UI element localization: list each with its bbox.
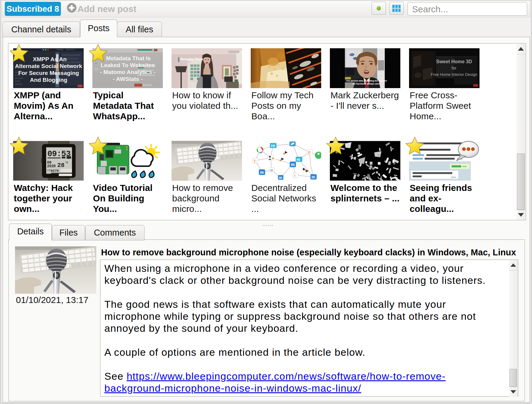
svg-text:Hi: Hi bbox=[271, 144, 275, 148]
svg-text:And Blogging: And Blogging bbox=[30, 77, 67, 83]
svg-text:for: for bbox=[452, 66, 457, 70]
svg-text:°C: °C bbox=[65, 161, 68, 164]
svg-text:on Facebook always owns: on Facebook always owns bbox=[352, 82, 381, 85]
svg-text:Free Home Interior Design: Free Home Interior Design bbox=[431, 72, 477, 77]
svg-text:!!: !! bbox=[308, 150, 310, 155]
svg-text:m: m bbox=[312, 175, 315, 179]
svg-text:Sweet Home 3D: Sweet Home 3D bbox=[436, 59, 472, 64]
svg-text:!: ! bbox=[294, 174, 295, 178]
svg-text:m: m bbox=[279, 176, 282, 180]
svg-text:Natasha Pilon: Natasha Pilon bbox=[180, 57, 203, 61]
svg-text:Hi: Hi bbox=[297, 158, 300, 162]
svg-text:m: m bbox=[291, 162, 294, 167]
svg-text:Metadata That Is: Metadata That Is bbox=[106, 55, 151, 61]
svg-text:Alternate Social Network: Alternate Social Network bbox=[15, 63, 82, 69]
svg-text:The person who is putting the: The person who is putting the content bbox=[346, 79, 387, 82]
svg-text:Leaked To Websites: Leaked To Websites bbox=[101, 62, 155, 68]
svg-text:- Matomo Analytics -: - Matomo Analytics - bbox=[100, 69, 155, 75]
svg-text:2020: 2020 bbox=[47, 164, 56, 168]
svg-text:!:: !: bbox=[254, 159, 256, 163]
svg-text:w: w bbox=[270, 168, 273, 172]
svg-text:- AWStats -: - AWStats - bbox=[113, 76, 143, 82]
svg-text:For Secure Messaging: For Secure Messaging bbox=[18, 70, 79, 76]
svg-text:XMPP As An: XMPP As An bbox=[33, 56, 67, 62]
svg-text:m: m bbox=[260, 170, 264, 175]
svg-text:28: 28 bbox=[57, 162, 64, 169]
